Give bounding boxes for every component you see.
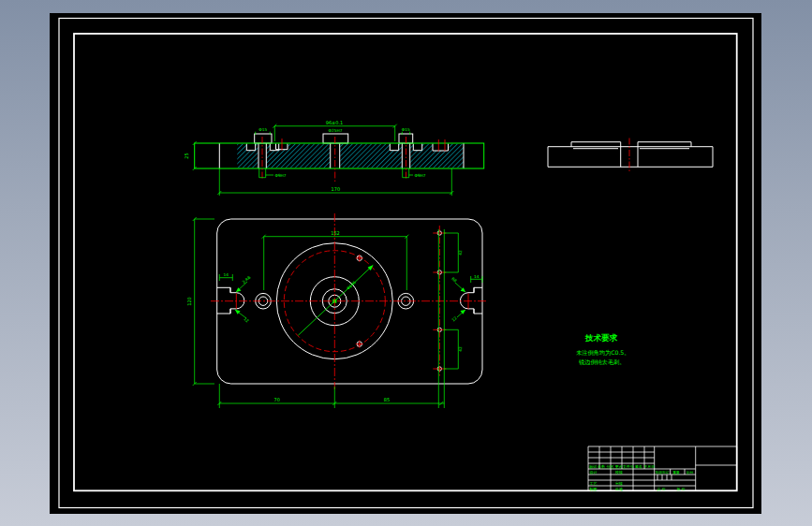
dim-slot-width-right: 14: [474, 274, 480, 279]
sheet-background: [50, 13, 761, 514]
tb-sheet-no: 第 张: [677, 487, 686, 491]
tb-weight: 重量: [673, 470, 681, 475]
tb-design: 设计: [590, 470, 598, 475]
tb-check: 校核: [614, 470, 623, 475]
tb-scale: 比例: [687, 471, 694, 475]
dim-hole-right: Φ9H7: [415, 173, 426, 178]
dim-bottom-left: 70: [274, 397, 280, 402]
tb-review: 审核: [615, 481, 623, 486]
dim-hole-left: Φ9H7: [275, 173, 287, 178]
dim-boss-center: Φ25H7: [329, 128, 343, 133]
dim-hole-col-bottom: 42: [458, 346, 463, 352]
tb-process: 工艺: [590, 481, 598, 486]
dim-hole-span: 152: [331, 230, 340, 236]
tech-req-line-1: 未注倒角均为C0.5。: [576, 349, 629, 357]
dim-height: 120: [186, 297, 192, 306]
dim-bottom-right: 85: [384, 397, 390, 402]
dim-boss-left: Φ15: [258, 127, 267, 132]
dim-thickness: 25: [184, 153, 189, 158]
tech-req-title: 技术要求: [584, 333, 618, 343]
cad-viewport[interactable]: 96±0.1 Φ15 Φ25H7 Φ15 25 Φ9H7 Φ9H7 170: [0, 0, 812, 526]
dim-boss-right: Φ15: [402, 127, 410, 132]
tech-req-line-2: 锐边倒钝去毛刺。: [578, 358, 626, 366]
drawing-sheet: [50, 13, 761, 514]
dim-overall-length: 170: [332, 186, 341, 192]
tb-approve: 批准: [615, 487, 623, 491]
dim-slot-width-left: 14: [224, 272, 229, 277]
tb-sheets-total: 共 张: [657, 487, 666, 491]
dim-hole-col-top: 42: [458, 250, 463, 256]
drawing-canvas[interactable]: 96±0.1 Φ15 Φ25H7 Φ15 25 Φ9H7 Φ9H7 170: [0, 0, 812, 526]
dim-top-width: 96±0.1: [326, 120, 344, 125]
tb-stage: 阶段标记: [656, 470, 670, 475]
